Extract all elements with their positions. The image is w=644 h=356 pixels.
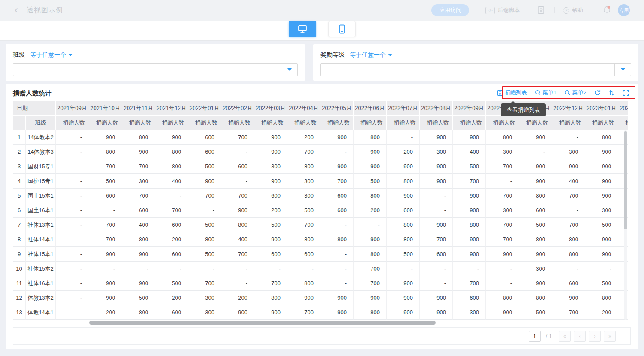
row-number-cell: 2 (13, 145, 26, 159)
desktop-preview-button[interactable] (289, 21, 316, 37)
prev-page-button[interactable]: ‹ (574, 331, 586, 342)
value-cell: - (254, 262, 287, 276)
value-cell: 800 (287, 159, 320, 174)
value-cell: 800 (387, 174, 420, 189)
filter-value-text[interactable] (13, 64, 281, 76)
user-script-icon[interactable] (537, 6, 545, 14)
value-cell: 800 (486, 130, 519, 145)
value-cell: 700 (89, 232, 122, 247)
value-cell: 600 (387, 203, 420, 218)
donation-list-button[interactable]: 捐赠列表 (497, 89, 527, 97)
row-number-cell: 3 (13, 159, 26, 174)
value-cell: 300 (486, 145, 519, 159)
table-row: 3国财15专1-70070080050060030080090090090090… (13, 159, 628, 174)
value-cell: - (387, 130, 420, 145)
value-cell: - (320, 262, 354, 276)
back-button[interactable]: ‹ (11, 4, 21, 16)
measure-header-cell: 捐赠人数 (585, 116, 618, 130)
horizontal-scrollbar-thumb[interactable] (89, 321, 436, 325)
value-cell: 700 (486, 159, 519, 174)
filter-value-select[interactable] (320, 63, 631, 76)
caret-down-icon (621, 68, 625, 71)
table-row: 13体教14本1-2008006003009009007009008009009… (13, 305, 628, 320)
next-page-button[interactable]: › (589, 331, 601, 342)
measure-header-cell: 捐赠人数 (552, 116, 585, 130)
value-cell: 800 (387, 218, 420, 232)
value-cell: 700 (188, 276, 221, 291)
divider (531, 7, 531, 13)
vertical-scrollbar-thumb[interactable] (624, 131, 627, 229)
value-cell: 600 (188, 130, 221, 145)
table-row: 114体教本2-900800900600700900200900800-9009… (13, 130, 628, 145)
value-cell: - (486, 262, 519, 276)
refresh-button[interactable] (594, 89, 601, 96)
value-cell: 200 (89, 305, 122, 320)
help-button[interactable]: ? 帮助 (563, 6, 583, 14)
row-number-cell: 10 (13, 262, 26, 276)
value-cell: 500 (287, 203, 320, 218)
fullscreen-button[interactable] (623, 90, 629, 96)
value-cell: - (56, 276, 89, 291)
filter-operator-dropdown[interactable]: 等于任意一个 (350, 51, 392, 59)
search-icon (535, 90, 541, 96)
value-cell: 300 (122, 174, 155, 189)
measure-header-cell: 捐赠人数 (221, 116, 254, 130)
value-cell: - (453, 262, 486, 276)
value-cell: 900 (420, 218, 453, 232)
filter-value-text[interactable] (321, 64, 614, 76)
value-cell: 300 (254, 159, 287, 174)
value-cell: 900 (320, 291, 354, 305)
pagination-bar: 1 / 1 « ‹ › » (13, 327, 631, 345)
measure-header-cell: 捐赠人数 (486, 116, 519, 130)
table-row: 12体教13本2-9005002003002008009009009009009… (13, 291, 628, 305)
value-cell: 700 (221, 130, 254, 145)
filter-value-select[interactable] (13, 63, 298, 76)
value-cell: 200 (221, 291, 254, 305)
value-cell: 600 (552, 276, 585, 291)
month-header-cell: 2022年04月 (287, 101, 320, 116)
month-header-cell: 2022年06月 (354, 101, 387, 116)
value-cell: - (552, 203, 585, 218)
measure-header-cell: 捐赠人数 (254, 116, 287, 130)
page-number-input[interactable]: 1 (529, 331, 541, 342)
value-cell: - (56, 291, 89, 305)
avatar[interactable]: 专用 (618, 4, 630, 16)
value-cell: 200 (387, 145, 420, 159)
value-cell: 300 (453, 305, 486, 320)
notification-bell-icon[interactable] (602, 5, 612, 15)
select-caret-button[interactable] (281, 64, 297, 76)
filter-operator-dropdown[interactable]: 等于任意一个 (30, 51, 73, 59)
pivot-table-card: 捐赠人数统计 捐赠列表 菜单1 菜单2 (6, 84, 638, 349)
value-cell: 900 (320, 159, 354, 174)
value-cell: 900 (122, 247, 155, 262)
value-cell: 800 (552, 232, 585, 247)
value-cell: 800 (354, 305, 387, 320)
measure-header-cell: 捐赠人数 (155, 116, 188, 130)
value-cell: 900 (254, 145, 287, 159)
month-header-cell: 2022年08月 (420, 101, 453, 116)
search-icon (565, 90, 571, 96)
value-cell: 800 (155, 145, 188, 159)
value-cell: - (420, 262, 453, 276)
last-page-button[interactable]: » (604, 331, 616, 342)
sort-button[interactable] (609, 90, 615, 96)
value-cell: - (56, 145, 89, 159)
menu2-button[interactable]: 菜单2 (565, 89, 586, 97)
value-cell: 900 (585, 189, 618, 203)
backend-script-button[interactable]: </> 后端脚本 (485, 6, 520, 14)
value-cell: 200 (155, 232, 188, 247)
first-page-button[interactable]: « (559, 331, 571, 342)
app-access-button[interactable]: 应用访问 (431, 4, 469, 16)
value-cell: - (420, 276, 453, 291)
value-cell: 900 (89, 291, 122, 305)
row-number-cell: 1 (13, 130, 26, 145)
table-row: 9社体15本1-900900600500700600600-8005006009… (13, 247, 628, 262)
value-cell: 900 (420, 159, 453, 174)
measure-header-cell: 捐赠人数 (519, 116, 552, 130)
mobile-preview-button[interactable] (328, 21, 356, 37)
select-caret-button[interactable] (614, 64, 631, 76)
value-cell: - (486, 276, 519, 291)
value-cell: 900 (221, 203, 254, 218)
value-cell: 900 (387, 159, 420, 174)
menu1-button[interactable]: 菜单1 (535, 89, 557, 97)
